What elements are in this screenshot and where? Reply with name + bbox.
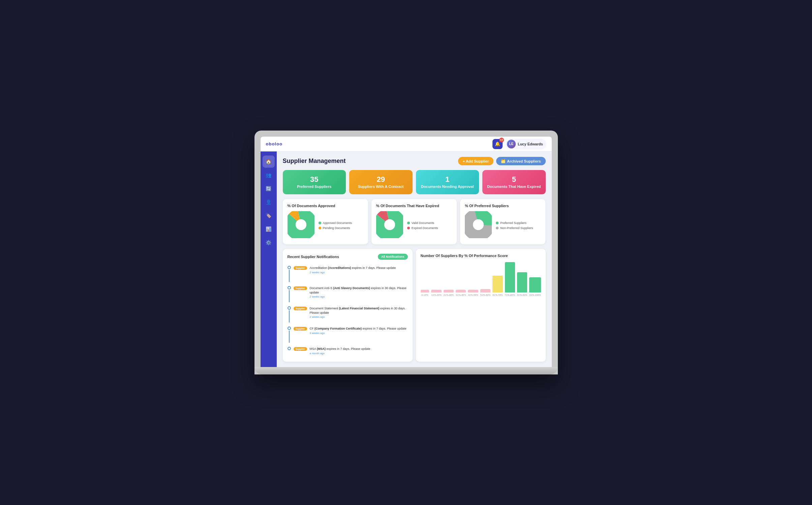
legend-dot-non-preferred bbox=[496, 227, 499, 229]
notifications-title: Recent Supplier Notifications bbox=[288, 255, 339, 259]
notif-badge-4: Supplier bbox=[294, 327, 307, 331]
notif-item-4: Supplier CF (Company Formation Certifica… bbox=[288, 325, 408, 345]
legend-non-preferred: Non-Preferred Suppliers bbox=[496, 226, 533, 230]
legend-approved-docs: Approved Documents bbox=[319, 221, 352, 225]
bar-51-60-label: 51%-60% bbox=[480, 294, 490, 296]
notif-connector-2 bbox=[289, 290, 290, 302]
sidebar-item-tags[interactable]: 🏷️ bbox=[263, 209, 275, 222]
chart-approved-title: % Of Documents Approved bbox=[288, 204, 363, 208]
notif-text-1: Accreditation (Accreditations) expires i… bbox=[310, 266, 396, 270]
bar-21-30-fill bbox=[444, 290, 454, 292]
expired-count: 5 bbox=[512, 176, 516, 183]
sidebar-item-reports[interactable]: 📊 bbox=[263, 223, 275, 235]
notif-dot-2 bbox=[288, 286, 291, 289]
notifications-card: Recent Supplier Notifications All Notifi… bbox=[283, 249, 413, 362]
notif-text-2: Document Anti-S (Anti Slavery Documents)… bbox=[310, 286, 408, 294]
bar-61-70-fill bbox=[492, 276, 503, 292]
bar-chart-card: Number Of Suppliers By % Of Performance … bbox=[416, 249, 546, 362]
charts-row: % Of Documents Approved bbox=[283, 199, 546, 244]
notif-connector-3 bbox=[289, 310, 290, 322]
sidebar-item-home[interactable]: 🏠 bbox=[263, 156, 275, 168]
chart-expired-title: % Of Documents That Have Expired bbox=[376, 204, 452, 208]
legend-pending-docs: Pending Documents bbox=[319, 226, 352, 230]
approval-label: Documents Needing Approval bbox=[421, 185, 474, 189]
legend-valid-docs: Valid Documents bbox=[407, 221, 438, 225]
notif-text-3: Document Statement (Latest Financial Sta… bbox=[310, 306, 408, 315]
notif-time-5: a month ago bbox=[310, 352, 370, 355]
preferred-label: Preferred Suppliers bbox=[297, 185, 331, 189]
bar-91-100: 91%-100% bbox=[529, 277, 541, 296]
legend-label-valid: Valid Documents bbox=[412, 221, 434, 225]
top-bar: oboloo 🔔 13 LE Lucy Edwards bbox=[261, 137, 552, 151]
notif-item-1: Supplier Accreditation (Accreditations) … bbox=[288, 264, 408, 284]
user-name: Lucy Edwards bbox=[518, 142, 543, 146]
logo: oboloo bbox=[266, 141, 282, 146]
bar-31-40-label: 31%-40% bbox=[456, 294, 466, 296]
notif-connector-4 bbox=[289, 331, 290, 343]
user-chip[interactable]: LE Lucy Edwards bbox=[506, 139, 546, 149]
notifications-list: Supplier Accreditation (Accreditations) … bbox=[288, 264, 408, 357]
add-supplier-button[interactable]: + Add Supplier bbox=[458, 157, 494, 165]
bar-11-20-label: 11%-20% bbox=[431, 294, 441, 296]
bottom-row: Recent Supplier Notifications All Notifi… bbox=[283, 249, 546, 362]
laptop-frame: oboloo 🔔 13 LE Lucy Edwards 🏠 👥 🔄 bbox=[254, 131, 558, 374]
sidebar-item-suppliers[interactable]: 👥 bbox=[263, 169, 275, 181]
chart-preferred-inner: Preferred Suppliers Non-Preferred Suppli… bbox=[465, 211, 541, 240]
chart-preferred-title: % Of Preferred Suppliers bbox=[465, 204, 541, 208]
stat-card-expired[interactable]: 5 Documents That Have Expired bbox=[482, 170, 546, 194]
sidebar: 🏠 👥 🔄 👤 🏷️ 📊 ⚙️ bbox=[261, 151, 277, 367]
bar-41-50-label: 41%-50% bbox=[468, 294, 478, 296]
all-notifications-button[interactable]: All Notifications bbox=[378, 254, 408, 260]
legend-dot-approved bbox=[319, 222, 321, 224]
notif-line-5 bbox=[288, 347, 291, 350]
sidebar-item-contracts[interactable]: 🔄 bbox=[263, 183, 275, 195]
chart-approved: % Of Documents Approved bbox=[283, 199, 368, 244]
avatar: LE bbox=[507, 140, 516, 148]
notif-badge-2: Supplier bbox=[294, 286, 307, 290]
bar-71-80-label: 71%-80% bbox=[505, 294, 515, 296]
legend-expired: Valid Documents Expired Documents bbox=[407, 221, 438, 230]
sidebar-item-settings[interactable]: ⚙️ bbox=[263, 236, 275, 249]
laptop-base bbox=[254, 367, 558, 374]
notif-time-1: 2 weeks ago bbox=[310, 271, 396, 274]
chart-expired: % Of Documents That Have Expired bbox=[371, 199, 457, 244]
bar-61-70-label: 61%-70% bbox=[492, 294, 503, 296]
notif-badge-3: Supplier bbox=[294, 307, 307, 310]
notif-line-1 bbox=[288, 266, 291, 282]
bar-11-20-fill bbox=[431, 290, 441, 292]
notif-dot-5 bbox=[288, 347, 291, 350]
bar-81-90: 81%-90% bbox=[517, 272, 527, 296]
bar-21-30-label: 21%-30% bbox=[444, 294, 454, 296]
svg-point-5 bbox=[384, 219, 395, 230]
svg-point-2 bbox=[296, 219, 306, 230]
notif-badge-5: Supplier bbox=[294, 347, 307, 351]
notif-item-2: Supplier Document Anti-S (Anti Slavery D… bbox=[288, 284, 408, 304]
stat-card-approval[interactable]: 1 Documents Needing Approval bbox=[416, 170, 479, 194]
expired-label: Documents That Have Expired bbox=[487, 185, 541, 189]
bar-71-80: 71%-80% bbox=[505, 262, 515, 296]
sidebar-item-users[interactable]: 👤 bbox=[263, 196, 275, 208]
bar-31-40-fill bbox=[456, 290, 466, 292]
header-buttons: + Add Supplier 🗂️ Archived Suppliers bbox=[458, 157, 546, 165]
legend-preferred: Preferred Suppliers Non-Preferred Suppli… bbox=[496, 221, 533, 230]
notif-content-3: Document Statement (Latest Financial Sta… bbox=[310, 306, 408, 318]
stat-card-contract[interactable]: 29 Suppliers With A Contract bbox=[349, 170, 413, 194]
stat-card-preferred[interactable]: 35 Preferred Suppliers bbox=[283, 170, 346, 194]
bar-0-10: 0-10% bbox=[421, 290, 429, 296]
chart-expired-inner: Valid Documents Expired Documents bbox=[376, 211, 452, 240]
notif-dot-1 bbox=[288, 266, 291, 269]
archived-suppliers-button[interactable]: 🗂️ Archived Suppliers bbox=[496, 157, 545, 165]
notif-text-5: MSA (MSA) expires in 7 days. Please upda… bbox=[310, 347, 370, 351]
legend-dot-pending bbox=[319, 227, 321, 229]
bar-chart-area: 0-10% 11%-20% 21%-30% bbox=[421, 262, 541, 303]
notif-line-3 bbox=[288, 306, 291, 322]
notif-content-5: MSA (MSA) expires in 7 days. Please upda… bbox=[310, 347, 370, 355]
page-title: Supplier Management bbox=[283, 158, 346, 165]
bar-71-80-fill bbox=[505, 262, 515, 292]
notification-button[interactable]: 🔔 13 bbox=[492, 139, 503, 149]
laptop-screen: oboloo 🔔 13 LE Lucy Edwards 🏠 👥 🔄 bbox=[261, 137, 552, 367]
bar-81-90-label: 81%-90% bbox=[517, 294, 527, 296]
legend-dot-preferred bbox=[496, 222, 499, 224]
legend-approved: Approved Documents Pending Documents bbox=[319, 221, 352, 230]
archived-label: Archived Suppliers bbox=[507, 159, 541, 163]
